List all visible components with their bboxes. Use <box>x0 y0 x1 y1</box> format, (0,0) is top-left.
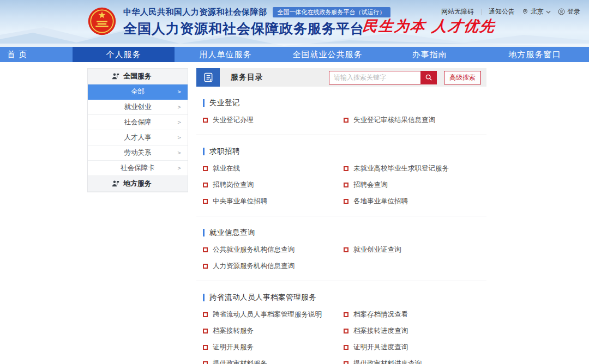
section-1: 失业登记失业登记办理失业登记审核结果信息查询 <box>196 98 486 135</box>
service-link[interactable]: 跨省流动人员人事档案管理服务说明 <box>203 306 344 323</box>
nav-item-4[interactable]: 全国就业公共服务 <box>277 47 378 62</box>
sidebar-item-1-1[interactable]: 全部> <box>88 84 188 100</box>
section-title-bar <box>203 99 205 107</box>
section-title: 求职招聘 <box>203 147 486 156</box>
chevron-right-icon: > <box>177 165 181 172</box>
service-link[interactable]: 就业在线 <box>203 160 344 177</box>
section-title-label: 就业信息查询 <box>209 228 255 238</box>
service-link[interactable]: 档案存档情况查看 <box>344 306 490 323</box>
accessibility-link[interactable]: 网站无障碍 <box>441 7 474 16</box>
section-links: 失业登记办理失业登记审核结果信息查询 <box>203 112 486 128</box>
person-flag-icon <box>112 72 119 80</box>
utility-bar: 网站无障碍 通知公告 北京 登录 <box>441 7 580 16</box>
sidebar-group-header-1[interactable]: 全国服务 <box>88 69 188 84</box>
nav-item-5[interactable]: 办事指南 <box>378 47 480 62</box>
service-link-label: 人力资源服务机构信息查询 <box>213 262 294 271</box>
nav-item-6[interactable]: 地方服务窗口 <box>480 47 589 62</box>
service-link-label: 中央事业单位招聘 <box>213 197 267 206</box>
service-link[interactable]: 各地事业单位招聘 <box>344 193 486 209</box>
panel-title: 服务目录 <box>231 72 263 82</box>
search-input[interactable] <box>329 71 420 84</box>
notices-link[interactable]: 通知公告 <box>489 7 515 16</box>
red-square-bullet-icon <box>344 247 348 252</box>
main-panel: 服务目录 高级搜索 失业登记失业登记办理失业登记审核结果信息查询求职招聘就业在线… <box>196 68 486 364</box>
catalog-icon <box>203 72 214 83</box>
service-link[interactable]: 档案接转进度查询 <box>344 323 490 339</box>
sidebar-item-label: 全部 <box>131 87 145 96</box>
service-link-label: 档案接转服务 <box>213 326 254 336</box>
ministry-name: 中华人民共和国人力资源和社会保障部 <box>123 7 267 17</box>
page: { "header": { "ministry": "中华人民共和国人力资源和社… <box>0 0 589 364</box>
city-selector[interactable]: 北京 <box>522 7 551 16</box>
sidebar-item-1-6[interactable]: 社会保障卡> <box>88 161 188 176</box>
red-square-bullet-icon <box>203 118 208 123</box>
slogan-calligraphy: 民生为本 人才优先 <box>362 16 496 36</box>
catalog-icon-box <box>196 68 220 87</box>
chevron-right-icon: > <box>177 119 181 126</box>
service-link-label: 提供政审材料服务 <box>213 359 267 364</box>
service-link[interactable]: 档案接转服务 <box>203 323 344 339</box>
sidebar-group-header-2[interactable]: 地方服务 <box>88 176 188 192</box>
red-square-bullet-icon <box>203 183 208 187</box>
service-link-label: 提供政审材料进度查询 <box>353 359 422 364</box>
sidebar-item-1-4[interactable]: 人才人事> <box>88 130 188 145</box>
search-button[interactable] <box>420 71 437 84</box>
panel-header: 服务目录 高级搜索 <box>196 68 486 87</box>
service-link-label: 跨省流动人员人事档案管理服务说明 <box>213 310 322 319</box>
nav-item-3[interactable]: 用人单位服务 <box>175 47 277 62</box>
service-link[interactable]: 证明开具服务 <box>203 339 344 355</box>
red-square-bullet-icon <box>344 345 348 350</box>
divider <box>481 9 482 15</box>
section-title-bar <box>203 148 205 155</box>
service-link[interactable]: 人力资源服务机构信息查询 <box>203 258 344 274</box>
service-link[interactable]: 招聘会查询 <box>344 177 486 193</box>
service-link-label: 失业登记审核结果信息查询 <box>353 116 435 125</box>
service-link-label: 就业创业证查询 <box>353 245 401 254</box>
sidebar-item-1-5[interactable]: 劳动关系> <box>88 145 188 161</box>
service-link[interactable]: 失业登记办理 <box>203 112 344 128</box>
site-header: 中华人民共和国人力资源和社会保障部 全国一体化在线政务服务平台（试运行） 全国人… <box>0 0 589 47</box>
chevron-right-icon: > <box>177 134 181 141</box>
chevron-right-icon: > <box>177 104 181 111</box>
nav-item-2[interactable]: 个人服务 <box>73 47 175 62</box>
service-link[interactable]: 就业创业证查询 <box>344 241 486 258</box>
magnifier-icon <box>425 74 432 81</box>
service-link[interactable]: 失业登记审核结果信息查询 <box>344 112 486 128</box>
chevron-down-icon <box>546 10 551 14</box>
red-square-bullet-icon <box>203 312 208 317</box>
service-link-label: 未就业高校毕业生求职登记服务 <box>353 164 449 173</box>
sidebar-item-label: 人才人事 <box>124 133 152 142</box>
chevron-right-icon: > <box>177 88 181 95</box>
red-square-bullet-icon <box>203 361 208 364</box>
national-emblem-icon <box>87 7 117 36</box>
nav-item-1[interactable]: 首 页 <box>0 47 73 62</box>
brand-text: 中华人民共和国人力资源和社会保障部 全国一体化在线政务服务平台（试运行） 全国人… <box>123 4 390 38</box>
sidebar-item-label: 社会保障 <box>124 118 152 127</box>
service-link[interactable]: 提供政审材料进度查询 <box>344 355 490 364</box>
red-square-bullet-icon <box>203 345 208 350</box>
service-link[interactable]: 未就业高校毕业生求职登记服务 <box>344 160 486 177</box>
service-link-label: 档案存档情况查看 <box>353 310 408 319</box>
red-square-bullet-icon <box>203 264 208 269</box>
service-link-label: 失业登记办理 <box>213 116 254 125</box>
sidebar-item-1-2[interactable]: 就业创业> <box>88 100 188 115</box>
advanced-search-button[interactable]: 高级搜索 <box>444 71 481 84</box>
service-link[interactable]: 中央事业单位招聘 <box>203 193 344 209</box>
location-pin-icon <box>522 8 528 15</box>
red-square-bullet-icon <box>344 166 348 171</box>
section-title: 跨省流动人员人事档案管理服务 <box>203 293 486 302</box>
login-link[interactable]: 登录 <box>558 7 580 16</box>
sidebar-group-label: 全国服务 <box>123 71 152 81</box>
service-link[interactable]: 提供政审材料服务 <box>203 355 344 364</box>
primary-nav: 首 页个人服务用人单位服务全国就业公共服务办事指南地方服务窗口 <box>0 47 589 62</box>
red-square-bullet-icon <box>344 361 348 364</box>
red-square-bullet-icon <box>203 247 208 252</box>
brand: 中华人民共和国人力资源和社会保障部 全国一体化在线政务服务平台（试运行） 全国人… <box>87 4 390 38</box>
service-link[interactable]: 公共就业服务机构信息查询 <box>203 241 344 258</box>
sidebar: 全国服务全部>就业创业>社会保障>人才人事>劳动关系>社会保障卡>地方服务 <box>87 68 188 192</box>
service-link[interactable]: 证明开具进度查询 <box>344 339 490 355</box>
service-link[interactable]: 招聘岗位查询 <box>203 177 344 193</box>
sidebar-item-1-3[interactable]: 社会保障> <box>88 115 188 130</box>
service-link-label: 证明开具服务 <box>213 343 254 352</box>
sidebar-item-label: 就业创业 <box>124 102 152 112</box>
